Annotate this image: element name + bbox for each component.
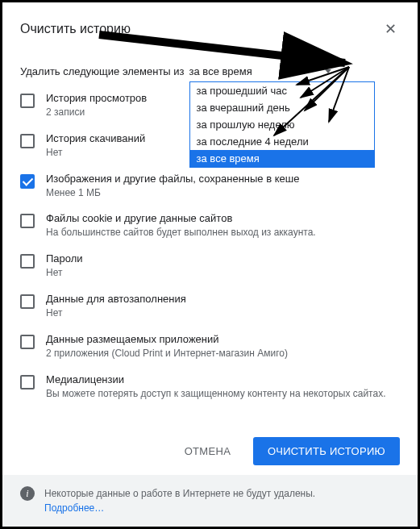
cancel-button[interactable]: ОТМЕНА (170, 437, 245, 465)
learn-more-link[interactable]: Подробнее… (44, 502, 104, 514)
item-desc: Вы можете потерять доступ к защищенному … (46, 387, 400, 401)
dropdown-list: за прошедший час за вчерашний день за пр… (189, 81, 375, 168)
item-desc: 2 приложения (Cloud Print и Интернет-маг… (46, 347, 400, 360)
dialog-title: Очистить историю (20, 22, 131, 36)
checkbox-media-licenses[interactable] (20, 375, 35, 389)
checkbox-download-history[interactable] (20, 134, 35, 148)
item-title: Медиалицензии (46, 373, 400, 385)
item-title: Данные для автозаполнения (46, 293, 400, 305)
item-desc: Нет (46, 306, 400, 320)
footer-notice: i Некоторые данные о работе в Интернете … (2, 475, 418, 527)
checkbox-cached-files[interactable] (20, 174, 35, 189)
delete-from-label: Удалить следующие элементы из (20, 65, 185, 77)
checkbox-passwords[interactable] (20, 254, 35, 269)
clear-history-button[interactable]: ОЧИСТИТЬ ИСТОРИЮ (253, 437, 400, 465)
info-icon: i (20, 486, 35, 501)
dropdown-option[interactable]: за вчерашний день (190, 99, 374, 116)
item-title: Изображения и другие файлы, сохраненные … (46, 173, 400, 185)
checkbox-hosted-apps[interactable] (20, 335, 35, 349)
list-item: Данные для автозаполнения Нет (20, 286, 400, 327)
time-range-dropdown[interactable]: за все время за прошедший час за вчерашн… (189, 64, 400, 79)
footer-text: Некоторые данные о работе в Интернете не… (44, 488, 315, 499)
dropdown-option[interactable]: за прошедший час (190, 82, 374, 99)
chevron-down-icon (325, 69, 331, 73)
dropdown-option[interactable]: за последние 4 недели (190, 133, 374, 150)
item-desc: На большинстве сайтов будет выполнен вых… (46, 226, 400, 240)
list-item: Файлы cookie и другие данные сайтов На б… (20, 206, 400, 246)
clear-history-dialog: Очистить историю ✕ Удалить следующие эле… (2, 2, 418, 527)
close-icon[interactable]: ✕ (381, 17, 400, 41)
item-title: Пароли (46, 252, 400, 264)
checkbox-cookies[interactable] (20, 214, 35, 228)
item-title: Файлы cookie и другие данные сайтов (46, 212, 400, 224)
item-title: Данные размещаемых приложений (46, 333, 400, 345)
list-item: Пароли Нет (20, 246, 400, 286)
checkbox-browsing-history[interactable] (20, 94, 35, 108)
dropdown-selected: за все время (189, 65, 252, 77)
list-item: Медиалицензии Вы можете потерять доступ … (20, 367, 400, 407)
dropdown-option[interactable]: за все время (190, 150, 374, 167)
item-desc: Менее 1 МБ (46, 186, 400, 200)
checkbox-autofill[interactable] (20, 294, 35, 309)
list-item: Данные размещаемых приложений 2 приложен… (20, 327, 400, 367)
item-desc: Нет (46, 266, 400, 280)
list-item: Изображения и другие файлы, сохраненные … (20, 166, 400, 206)
dropdown-option[interactable]: за прошлую неделю (190, 116, 374, 133)
